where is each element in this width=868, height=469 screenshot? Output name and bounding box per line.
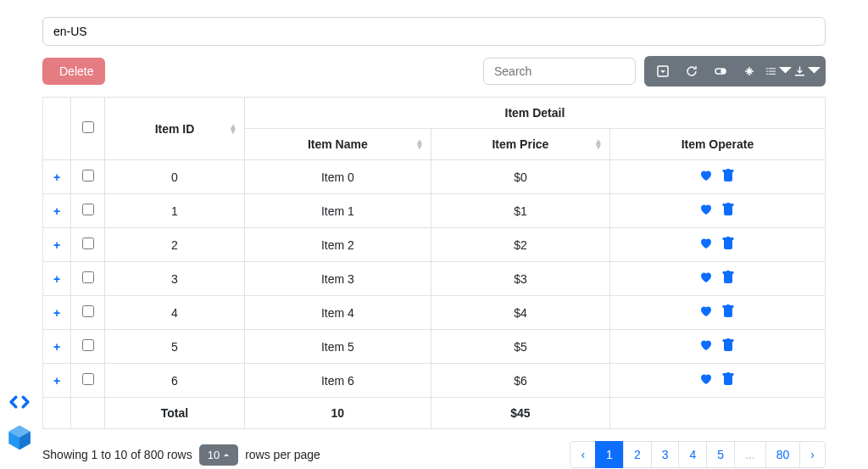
column-header-item-price[interactable]: Item Price▲▼ bbox=[431, 129, 609, 160]
column-header-item-name[interactable]: Item Name▲▼ bbox=[244, 129, 431, 160]
page-2[interactable]: 2 bbox=[623, 441, 652, 468]
cell-item-name: Item 4 bbox=[244, 296, 431, 330]
sort-icon: ▲▼ bbox=[229, 124, 237, 134]
expand-button[interactable]: + bbox=[43, 160, 71, 194]
column-header-detail-group: Item Detail bbox=[244, 98, 825, 129]
table-row: +6Item 6$6 bbox=[43, 364, 826, 398]
cell-item-price: $2 bbox=[431, 228, 609, 262]
export-icon[interactable] bbox=[793, 59, 821, 83]
cell-item-id: 0 bbox=[105, 160, 245, 194]
like-icon[interactable] bbox=[699, 271, 713, 287]
table-row: +1Item 1$1 bbox=[43, 194, 826, 228]
row-checkbox[interactable] bbox=[82, 204, 94, 215]
page-80[interactable]: 80 bbox=[765, 441, 801, 468]
table-row: +3Item 3$3 bbox=[43, 262, 826, 296]
page-3[interactable]: 3 bbox=[651, 441, 680, 468]
row-checkbox[interactable] bbox=[82, 237, 94, 249]
cell-item-operate bbox=[609, 330, 825, 364]
locale-input[interactable] bbox=[42, 17, 826, 46]
cell-item-price: $0 bbox=[431, 160, 609, 194]
toolbar-icon-group bbox=[644, 56, 826, 87]
expand-button[interactable]: + bbox=[43, 262, 71, 296]
cell-item-operate bbox=[609, 296, 825, 330]
cell-item-id: 5 bbox=[105, 330, 245, 364]
cell-item-operate bbox=[609, 160, 825, 194]
cell-item-id: 6 bbox=[105, 364, 245, 398]
like-icon[interactable] bbox=[699, 169, 713, 185]
cell-item-name: Item 2 bbox=[244, 228, 431, 262]
expand-button[interactable]: + bbox=[43, 296, 71, 330]
pagination-dropdown-icon[interactable] bbox=[649, 59, 676, 83]
float-icons bbox=[5, 388, 34, 452]
page-prev[interactable]: ‹ bbox=[570, 441, 596, 468]
table-footer-row: Total 10 $45 bbox=[43, 398, 826, 429]
data-table: Item ID▲▼ Item Detail Item Name▲▼ Item P… bbox=[42, 97, 826, 429]
expand-button[interactable]: + bbox=[43, 330, 71, 364]
select-all-header bbox=[71, 98, 105, 160]
like-icon[interactable] bbox=[699, 372, 713, 388]
row-checkbox[interactable] bbox=[82, 373, 94, 385]
cell-item-name: Item 5 bbox=[244, 330, 431, 364]
like-icon[interactable] bbox=[699, 338, 713, 355]
svg-point-2 bbox=[721, 70, 725, 73]
select-all-checkbox[interactable] bbox=[82, 121, 94, 133]
remove-icon[interactable] bbox=[721, 237, 735, 253]
page-4[interactable]: 4 bbox=[678, 441, 707, 468]
sort-icon: ▲▼ bbox=[415, 139, 424, 149]
remove-icon[interactable] bbox=[721, 203, 735, 219]
cell-item-operate bbox=[609, 228, 825, 262]
cell-item-id: 4 bbox=[105, 296, 245, 330]
footer-total-label: Total bbox=[105, 398, 245, 429]
expand-button[interactable]: + bbox=[43, 194, 71, 228]
table-row: +2Item 2$2 bbox=[43, 228, 826, 262]
row-checkbox[interactable] bbox=[82, 170, 94, 181]
cell-item-price: $1 bbox=[431, 194, 609, 228]
cell-item-operate bbox=[609, 262, 825, 296]
pagination-info: Showing 1 to 10 of 800 rows bbox=[42, 448, 192, 461]
page-size-suffix: rows per page bbox=[245, 448, 320, 461]
delete-button[interactable]: Delete bbox=[42, 58, 105, 85]
cell-item-price: $6 bbox=[431, 364, 609, 398]
search-input[interactable] bbox=[483, 58, 636, 85]
delete-button-label: Delete bbox=[59, 64, 93, 78]
toggle-icon[interactable] bbox=[707, 59, 734, 83]
expand-button[interactable]: + bbox=[43, 228, 71, 262]
page-1[interactable]: 1 bbox=[595, 441, 624, 468]
remove-icon[interactable] bbox=[721, 372, 735, 388]
cell-item-operate bbox=[609, 364, 825, 398]
like-icon[interactable] bbox=[699, 304, 713, 321]
cell-item-name: Item 0 bbox=[244, 160, 431, 194]
pagination: ‹12345...80› bbox=[570, 441, 826, 468]
like-icon[interactable] bbox=[699, 237, 713, 253]
cell-item-name: Item 6 bbox=[244, 364, 431, 398]
row-checkbox[interactable] bbox=[82, 305, 94, 317]
remove-icon[interactable] bbox=[721, 304, 735, 321]
page-next[interactable]: › bbox=[799, 441, 826, 468]
page-ellipsis: ... bbox=[734, 441, 766, 468]
cube-icon[interactable] bbox=[5, 423, 34, 452]
page-size-button[interactable]: 10 bbox=[199, 444, 238, 466]
remove-icon[interactable] bbox=[721, 169, 735, 185]
row-checkbox[interactable] bbox=[82, 271, 94, 283]
cell-item-id: 2 bbox=[105, 228, 245, 262]
table-row: +5Item 5$5 bbox=[43, 330, 826, 364]
cell-item-price: $4 bbox=[431, 296, 609, 330]
expand-header bbox=[43, 98, 71, 160]
cell-item-price: $5 bbox=[431, 330, 609, 364]
expand-button[interactable]: + bbox=[43, 364, 71, 398]
code-tag-icon[interactable] bbox=[5, 388, 34, 416]
column-header-item-id[interactable]: Item ID▲▼ bbox=[105, 98, 245, 160]
cell-item-name: Item 1 bbox=[244, 194, 431, 228]
columns-icon[interactable] bbox=[765, 59, 792, 83]
like-icon[interactable] bbox=[699, 203, 713, 219]
remove-icon[interactable] bbox=[721, 338, 735, 355]
sort-icon: ▲▼ bbox=[594, 139, 603, 149]
fullscreen-icon[interactable] bbox=[736, 59, 763, 83]
remove-icon[interactable] bbox=[721, 271, 735, 287]
table-row: +4Item 4$4 bbox=[43, 296, 826, 330]
row-checkbox[interactable] bbox=[82, 339, 94, 351]
page-5[interactable]: 5 bbox=[706, 441, 735, 468]
cell-item-id: 3 bbox=[105, 262, 245, 296]
table-row: +0Item 0$0 bbox=[43, 160, 826, 194]
refresh-icon[interactable] bbox=[678, 59, 705, 83]
